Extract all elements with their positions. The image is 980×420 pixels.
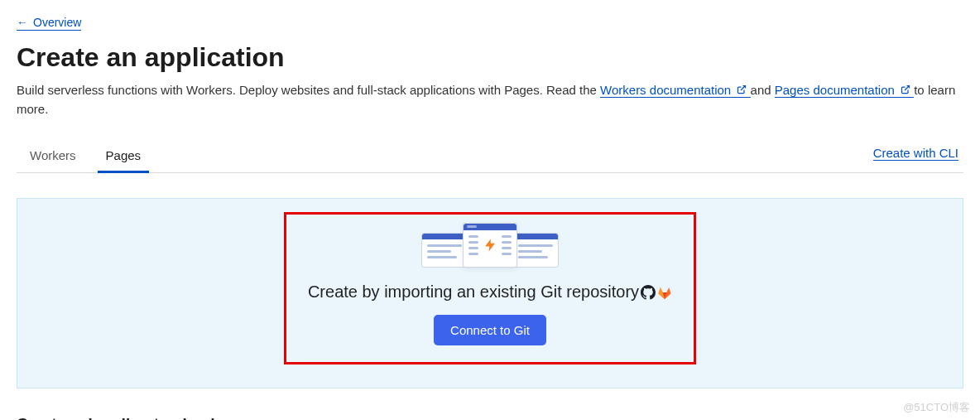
- tab-pages[interactable]: Pages: [103, 142, 145, 172]
- tab-bar: Workers Pages Create with CLI: [17, 142, 963, 173]
- lightning-bolt-icon: [483, 235, 497, 255]
- highlight-annotation: Create by importing an existing Git repo…: [284, 212, 696, 364]
- tab-workers[interactable]: Workers: [26, 142, 79, 172]
- illustration-card-left: [421, 233, 468, 268]
- connect-to-git-button[interactable]: Connect to Git: [434, 315, 546, 345]
- back-link-label: Overview: [33, 16, 81, 29]
- illustration-card-right: [512, 233, 559, 268]
- svg-line-0: [741, 86, 746, 91]
- svg-line-1: [905, 86, 910, 91]
- pages-illustration: [306, 223, 674, 268]
- external-link-icon: [901, 84, 910, 94]
- import-git-panel: Create by importing an existing Git repo…: [17, 198, 963, 389]
- gitlab-icon: [657, 285, 672, 300]
- import-card-title: Create by importing an existing Git repo…: [308, 282, 672, 302]
- create-with-cli-link[interactable]: Create with CLI: [873, 146, 958, 161]
- github-icon: [641, 285, 656, 300]
- page-subtitle: Build serverless functions with Workers.…: [17, 81, 960, 118]
- arrow-left-icon: ←: [17, 16, 28, 29]
- back-overview-link[interactable]: ← Overview: [17, 16, 81, 31]
- page-title: Create an application: [17, 42, 963, 73]
- watermark-text: @51CTO博客: [903, 400, 970, 415]
- workers-docs-link[interactable]: Workers documentation: [600, 83, 750, 98]
- pages-docs-link[interactable]: Pages documentation: [775, 83, 914, 98]
- illustration-card-center: [463, 223, 517, 268]
- external-link-icon: [737, 84, 747, 94]
- direct-upload-heading: Create using direct upload: [17, 415, 963, 420]
